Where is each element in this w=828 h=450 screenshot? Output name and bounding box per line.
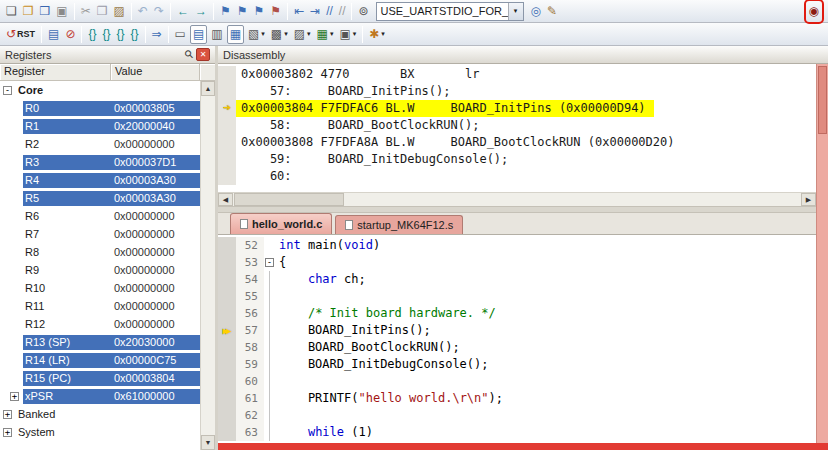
disassembly-text[interactable]: 58: BOARD_BootClockRUN(); [236, 117, 487, 134]
code-editor[interactable]: 52int main(void)53-{54 char ch;5556 /* I… [218, 235, 828, 443]
code-line-63[interactable]: 63 while (1) [218, 424, 828, 441]
hscroll-thumb[interactable] [234, 193, 344, 206]
next-statement-icon[interactable]: ⇒ [150, 25, 164, 44]
bookmark-prev-icon[interactable]: ⚑ [235, 2, 250, 21]
code-line-58[interactable]: 58 BOARD_BootClockRUN(); [218, 339, 828, 356]
code-text[interactable]: BOARD_BootClockRUN(); [276, 339, 460, 356]
run-to-cursor-icon[interactable]: {} [129, 25, 141, 44]
register-row-r14-lr[interactable]: R14 (LR)0x00000C75 [0, 351, 200, 369]
dropdown-arrow-icon[interactable]: ▾ [353, 30, 357, 38]
code-line-54[interactable]: 54 char ch; [218, 271, 828, 288]
open-folder-icon[interactable]: ❐ [21, 2, 36, 21]
breakpoint-gutter[interactable] [218, 305, 236, 322]
navigate-forward-icon[interactable]: → [193, 2, 209, 21]
cut-icon[interactable]: ✂ [79, 2, 93, 21]
fold-toggle-icon[interactable]: - [264, 254, 276, 271]
stop-icon[interactable]: ⊘ [63, 25, 77, 44]
uncomment-icon[interactable]: // [337, 2, 348, 21]
register-row-r13-sp[interactable]: R13 (SP)0x20030000 [0, 333, 200, 351]
disassembly-text[interactable]: 0x00003808 F7FDFA8A BL.W BOARD_BootClock… [236, 134, 682, 151]
breakpoint-gutter[interactable] [218, 339, 236, 356]
dropdown-arrow-icon[interactable]: ▾ [381, 30, 385, 38]
find-text-combo[interactable]: USE_UARTSTDIO_FOR_EF▾ [376, 2, 524, 21]
code-text[interactable] [276, 288, 279, 305]
register-row-r2[interactable]: R20x00000000 [0, 135, 200, 153]
tree-expander-icon[interactable]: + [3, 410, 12, 419]
register-row-r6[interactable]: R60x00000000 [0, 207, 200, 225]
register-row-core[interactable]: -Core [0, 81, 200, 99]
memory-window-icon[interactable]: ▩▾ [269, 25, 290, 44]
code-text[interactable]: PRINTF("hello world.\r\n"); [276, 390, 503, 407]
disassembly-text[interactable]: 0x00003804 F7FDFAC6 BL.W BOARD_InitPins … [236, 100, 654, 117]
disassembly-gutter[interactable] [218, 66, 236, 83]
code-line-59[interactable]: 59 BOARD_InitDebugConsole(); [218, 356, 828, 373]
register-row-r5[interactable]: R50x00003A30 [0, 189, 200, 207]
register-row-r7[interactable]: R70x00000000 [0, 225, 200, 243]
step-out-icon[interactable]: {} [115, 25, 127, 44]
code-text[interactable]: char ch; [276, 271, 366, 288]
combo-dropdown-icon[interactable]: ▾ [508, 3, 523, 20]
register-row-r4[interactable]: R40x00003A30 [0, 171, 200, 189]
breakpoint-gutter[interactable]: ▶▶ [218, 322, 236, 339]
code-line-53[interactable]: 53-{ [218, 254, 828, 271]
find-icon[interactable]: ◎ [529, 2, 543, 21]
magnifier-icon[interactable]: ◉ [807, 2, 821, 21]
disassembly-line[interactable]: 57: BOARD_InitPins(); [218, 83, 828, 100]
hscroll-track[interactable] [344, 193, 801, 206]
dropdown-arrow-icon[interactable]: ▾ [307, 30, 311, 38]
disassembly-text[interactable]: 59: BOARD_InitDebugConsole(); [236, 151, 516, 168]
register-row-r3[interactable]: R30x000037D1 [0, 153, 200, 171]
bookmark-clear-icon[interactable]: ⚑ [268, 2, 283, 21]
unindent-icon[interactable]: ⇤ [292, 2, 306, 21]
find-in-files-icon[interactable]: ⊚ [356, 2, 370, 21]
registers-vscrollbar[interactable]: ▲ ▼ [200, 81, 215, 450]
disassembly-line[interactable]: 60: [218, 168, 828, 185]
register-row-r1[interactable]: R10x20000040 [0, 117, 200, 135]
code-line-57[interactable]: ▶▶57 BOARD_InitPins(); [218, 322, 828, 339]
code-text[interactable]: { [276, 254, 286, 271]
breakpoint-gutter[interactable] [218, 271, 236, 288]
watch-window-icon[interactable]: ▧▾ [246, 25, 267, 44]
register-row-r0[interactable]: R00x00003805 [0, 99, 200, 117]
tree-expander-icon[interactable]: - [3, 86, 12, 95]
serial-window-icon[interactable]: ▨▾ [292, 25, 313, 44]
navigate-back-icon[interactable]: ← [175, 2, 191, 21]
disassembly-gutter[interactable] [218, 168, 236, 185]
breakpoint-gutter[interactable] [218, 407, 236, 424]
code-text[interactable]: /* Init board hardware. */ [276, 305, 496, 322]
paste-icon[interactable]: ▨ [111, 2, 126, 21]
dropdown-arrow-icon[interactable]: ▾ [261, 30, 265, 38]
breakpoint-gutter[interactable] [218, 373, 236, 390]
combo-value[interactable]: USE_UARTSTDIO_FOR_EF [377, 5, 508, 17]
disassembly-line[interactable]: ➔0x00003804 F7FDFAC6 BL.W BOARD_InitPins… [218, 100, 828, 117]
code-text[interactable] [276, 407, 279, 424]
indent-icon[interactable]: ⇥ [308, 2, 322, 21]
disassembly-gutter[interactable] [218, 117, 236, 134]
tree-expander-icon[interactable]: + [10, 392, 19, 401]
disassembly-line[interactable]: 0x00003808 F7FDFA8A BL.W BOARD_BootClock… [218, 134, 828, 151]
breakpoint-gutter[interactable] [218, 254, 236, 271]
redo-icon[interactable]: ↷ [152, 2, 166, 21]
registers-window-icon[interactable]: ▦ [227, 25, 244, 44]
disassembly-line[interactable]: 0x00003802 4770 BX lr [218, 66, 828, 83]
disassembly-hscrollbar[interactable]: ◀ ▶ [218, 192, 816, 206]
code-text[interactable]: int main(void) [276, 237, 380, 254]
register-row-r11[interactable]: R110x00000000 [0, 297, 200, 315]
code-text[interactable]: BOARD_InitPins(); [276, 322, 431, 339]
register-row-r12[interactable]: R120x00000000 [0, 315, 200, 333]
bookmark-toggle-icon[interactable]: ⚑ [218, 2, 233, 21]
register-row-xpsr[interactable]: +xPSR0x61000000 [0, 387, 200, 405]
disassembly-text[interactable]: 60: [236, 168, 300, 185]
code-line-60[interactable]: 60 [218, 373, 828, 390]
code-text[interactable]: while (1) [276, 424, 373, 441]
disassembly-gutter[interactable] [218, 134, 236, 151]
scroll-down-icon[interactable]: ▼ [201, 435, 215, 450]
system-viewer-icon[interactable]: ▣▾ [337, 25, 358, 44]
run-icon[interactable]: ▤ [46, 25, 61, 44]
column-header-register[interactable]: Register [0, 64, 111, 80]
disassembly-gutter[interactable] [218, 151, 236, 168]
register-row-r8[interactable]: R80x00000000 [0, 243, 200, 261]
disassembly-window-icon[interactable]: ▤ [190, 25, 207, 44]
copy-icon[interactable]: ❐ [95, 2, 110, 21]
save-icon[interactable]: ❒ [38, 2, 53, 21]
